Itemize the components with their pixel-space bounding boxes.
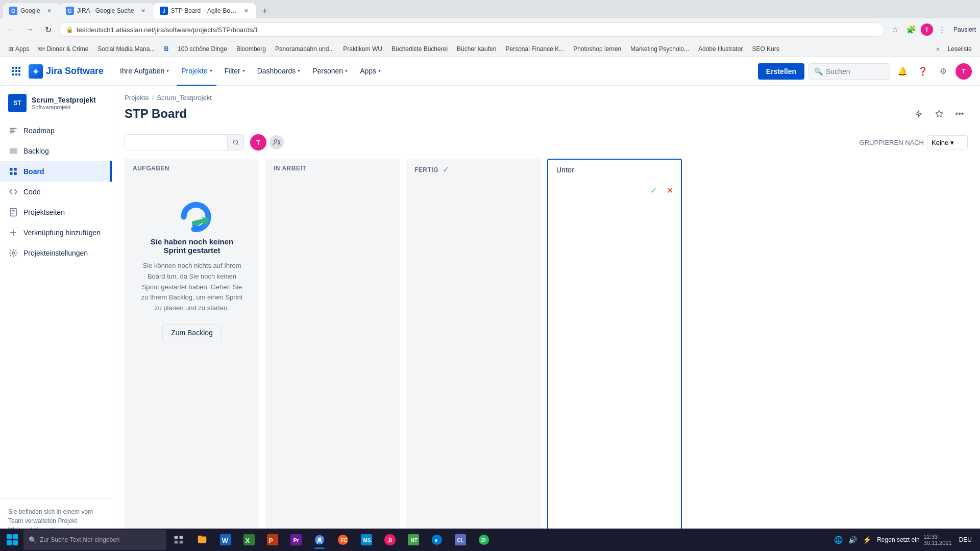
board-search-input[interactable]: [125, 134, 227, 151]
breadcrumb-projekte[interactable]: Projekte: [125, 94, 149, 102]
nav-ihre-aufgaben[interactable]: Ihre Aufgaben ▾: [116, 57, 173, 86]
jira-logo[interactable]: Jira Software: [29, 64, 104, 79]
bookmark-panorama[interactable]: Panoramabahn und...: [271, 43, 338, 55]
search-box[interactable]: 🔍 Suchen: [808, 63, 890, 80]
profile-icon[interactable]: T: [921, 23, 933, 36]
tab-google-close[interactable]: ✕: [45, 7, 54, 15]
taskbar-file-explorer[interactable]: [191, 530, 213, 550]
column-confirm-button[interactable]: ✓: [646, 183, 660, 197]
top-navigation: Jira Software Ihre Aufgaben ▾ Projekte ▾…: [0, 57, 980, 86]
taskbar-word[interactable]: W: [214, 530, 237, 550]
reload-button[interactable]: ↻: [41, 22, 55, 37]
board-search-button[interactable]: [227, 134, 243, 151]
column-inarbeit-title: IN ARBEIT: [274, 165, 306, 172]
dinner-favicon: 🍽: [38, 45, 44, 53]
taskbar-search-bar[interactable]: 🔍 Zur Suche Text hier eingeben: [23, 530, 166, 550]
sidebar-item-board[interactable]: Board: [0, 161, 112, 182]
volume-icon[interactable]: 🔊: [846, 534, 859, 546]
browser-menu-icon[interactable]: ⋮: [935, 22, 949, 37]
group-members-avatar[interactable]: [268, 134, 285, 151]
new-tab-button[interactable]: +: [258, 4, 272, 18]
nav-dashboards[interactable]: Dashboards ▾: [253, 57, 305, 86]
tab-jira-board-close[interactable]: ✕: [243, 7, 250, 15]
settings-icon[interactable]: ⚙: [935, 63, 951, 80]
bookmark-illustrator[interactable]: Adobe Illustrator: [694, 43, 747, 55]
back-button[interactable]: ←: [4, 22, 18, 37]
taskbar-app7[interactable]: MS: [355, 530, 378, 550]
help-icon[interactable]: ❓: [915, 63, 931, 80]
bookmark-finance[interactable]: Personal Finance K...: [501, 43, 568, 55]
tab-jira-search-close[interactable]: ✕: [139, 7, 148, 15]
user-avatar[interactable]: T: [955, 63, 972, 80]
taskbar-clock[interactable]: 12:33 30.11.2021: [924, 534, 952, 546]
bookmark-bloomberg[interactable]: Bloomberg: [232, 43, 270, 55]
nav-personen[interactable]: Personen ▾: [308, 57, 352, 86]
extension-icon[interactable]: 🧩: [904, 22, 919, 37]
taskbar-edge[interactable]: e: [426, 530, 448, 550]
browser-tab-google[interactable]: G Google ✕: [3, 3, 60, 18]
bookmark-marketing[interactable]: Marketing Psycholo...: [626, 43, 693, 55]
grid-menu-icon[interactable]: [8, 63, 24, 80]
taskbar-app5[interactable]: Pr: [285, 530, 307, 550]
zum-backlog-button[interactable]: Zum Backlog: [162, 324, 222, 341]
bookmark-bucher[interactable]: Bücherliste Bücherei: [387, 43, 452, 55]
column-cancel-button[interactable]: ✕: [663, 183, 677, 197]
bookmark-social[interactable]: Social Media Mana...: [93, 43, 159, 55]
bookmark-100[interactable]: 100 schöne Dinge: [174, 43, 231, 55]
address-text: testdeutsch1.atlassian.net/jira/software…: [77, 26, 258, 34]
taskbar-powerpoint[interactable]: P: [261, 530, 284, 550]
svg-text:FC: FC: [340, 538, 347, 543]
battery-icon[interactable]: ⚡: [861, 534, 873, 546]
bookmark-star-icon[interactable]: ☆: [888, 22, 902, 37]
more-action-icon[interactable]: •••: [951, 106, 968, 122]
taskbar-spotify[interactable]: [473, 530, 495, 550]
sidebar-item-verknupfung[interactable]: Verknüpfung hinzufügen: [0, 222, 112, 243]
taskbar-chrome[interactable]: [308, 530, 331, 550]
taskbar-app10[interactable]: CL: [449, 530, 472, 550]
sidebar-item-einstellungen[interactable]: Projekteinstellungen: [0, 243, 112, 263]
language-indicator[interactable]: DEU: [959, 536, 972, 543]
project-type: Softwareprojekt: [32, 104, 96, 110]
address-bar[interactable]: 🔒 testdeutsch1.atlassian.net/jira/softwa…: [59, 22, 884, 37]
sidebar-item-projektseiten[interactable]: Projektseiten: [0, 202, 112, 222]
breadcrumb-scrum[interactable]: Scrum_Testprojekt: [157, 94, 212, 102]
bookmark-praktikum[interactable]: Praktikum WU: [339, 43, 386, 55]
nav-apps[interactable]: Apps ▾: [356, 57, 385, 86]
bookmark-apps[interactable]: ⊞ Apps: [4, 43, 33, 55]
sidebar-item-backlog[interactable]: Backlog: [0, 141, 112, 161]
group-by-select[interactable]: Keine ▾: [927, 135, 968, 149]
bookmarks-more-button[interactable]: »: [933, 44, 943, 54]
taskbar-excel[interactable]: X: [238, 530, 260, 550]
bookmark-photoshop[interactable]: Photoshop lernen: [569, 43, 625, 55]
network-icon[interactable]: 🌐: [832, 534, 844, 546]
create-button[interactable]: Erstellen: [758, 63, 804, 80]
forward-button[interactable]: →: [22, 22, 37, 37]
nav-filter[interactable]: Filter ▾: [220, 57, 249, 86]
svg-text:CL: CL: [457, 538, 464, 543]
bookmark-seo-label: SEO Kurs: [752, 45, 779, 53]
star-action-icon[interactable]: [931, 106, 947, 122]
lightning-action-icon[interactable]: [911, 106, 927, 122]
bookmark-leseliste[interactable]: Leseliste: [944, 43, 976, 55]
browser-tab-jira-board[interactable]: J STP Board – Agile-Board – Jira ✕: [154, 3, 256, 18]
weather-text[interactable]: Regen setzt ein: [877, 536, 919, 543]
taskbar-task-view[interactable]: [167, 530, 190, 550]
bookmark-kaufen[interactable]: Bücher kaufen: [453, 43, 500, 55]
bookmark-100-label: 100 schöne Dinge: [178, 45, 227, 53]
breadcrumb-sep: /: [152, 94, 154, 102]
bookmark-bibtex[interactable]: B: [160, 43, 173, 55]
browser-tab-jira-search[interactable]: G JIRA - Google Suche ✕: [60, 3, 154, 18]
start-button[interactable]: [2, 530, 22, 550]
column-fertig: FERTIG ✓: [406, 159, 541, 547]
notifications-icon[interactable]: 🔔: [894, 63, 911, 80]
bookmark-seo[interactable]: SEO Kurs: [748, 43, 783, 55]
bookmark-dinner[interactable]: 🍽 Dinner & Crime: [34, 43, 92, 55]
sidebar-item-roadmap[interactable]: Roadmap: [0, 120, 112, 141]
taskbar-app8[interactable]: JI: [379, 530, 401, 550]
sidebar-item-code[interactable]: Code: [0, 182, 112, 202]
taskbar-app6[interactable]: FC: [332, 530, 354, 550]
user-filter-avatar[interactable]: T: [250, 134, 266, 151]
taskbar-app9[interactable]: NT: [402, 530, 425, 550]
new-column-input[interactable]: [548, 160, 681, 180]
nav-projekte[interactable]: Projekte ▾: [177, 57, 216, 86]
